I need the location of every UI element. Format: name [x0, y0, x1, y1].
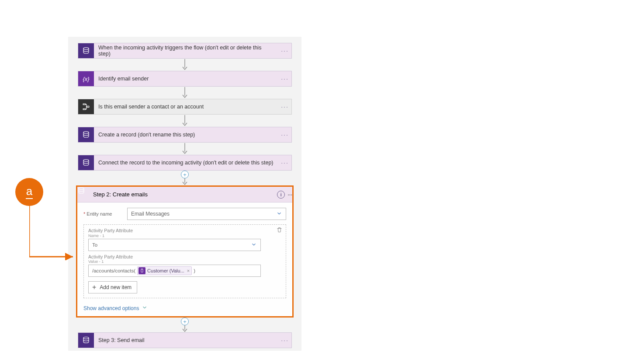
show-advanced-options-link[interactable]: Show advanced options — [83, 304, 148, 312]
svg-rect-5 — [87, 106, 89, 108]
database-icon — [77, 187, 93, 202]
connector — [68, 143, 301, 155]
attr2-sub: Value - 1 — [88, 259, 281, 264]
flow-step-create-record[interactable]: Create a record (don't rename this step)… — [78, 127, 292, 143]
flow-step-trigger[interactable]: When the incoming activity triggers the … — [78, 43, 292, 59]
step-menu-button[interactable]: ··· — [278, 127, 291, 142]
entity-name-row: * Entity name Email Messages — [83, 208, 286, 220]
database-icon — [78, 333, 94, 348]
step-label: Create a record (don't rename this step) — [94, 127, 278, 142]
connector-with-add: + — [68, 318, 301, 332]
svg-rect-4 — [83, 109, 85, 110]
attr2-prefix: /accounts/contacts( — [92, 268, 135, 273]
expanded-header[interactable]: Step 2: Create emails i ··· — [77, 187, 292, 202]
step-label: Connect the record to the incoming activ… — [94, 155, 278, 170]
step-menu-button[interactable]: ··· — [278, 333, 291, 348]
flow-step-condition[interactable]: Is this email sender a contact or an acc… — [78, 99, 292, 115]
add-item-label: Add new item — [100, 284, 132, 290]
info-icon[interactable]: i — [277, 191, 285, 199]
attr1-sub: Name - 1 — [88, 234, 281, 238]
connector — [68, 59, 301, 71]
callout-circle: a — [15, 178, 43, 206]
svg-point-9 — [83, 160, 89, 162]
plus-icon: + — [92, 283, 96, 291]
connector-with-add: + — [68, 171, 301, 185]
step-label: Is this email sender a contact or an acc… — [94, 99, 278, 114]
variable-icon: {x} — [78, 71, 94, 86]
entity-name-select[interactable]: Email Messages — [127, 208, 286, 220]
entity-name-label: * Entity name — [83, 211, 127, 216]
step-menu-button[interactable]: ··· — [278, 43, 291, 58]
attr1-label: Activity Party Attribute — [88, 228, 281, 234]
step-menu-button[interactable]: ··· — [287, 191, 292, 198]
attr1-value: To — [92, 242, 97, 248]
database-icon — [78, 155, 94, 170]
svg-rect-3 — [83, 104, 85, 105]
dynamic-token[interactable]: Customer (Valu... × — [137, 266, 192, 275]
flow-step-identify[interactable]: {x} Identify email sender ··· — [78, 71, 292, 87]
callout-underline — [26, 198, 33, 199]
flow-step-connect-record[interactable]: Connect the record to the incoming activ… — [78, 155, 292, 171]
step-label: Step 3: Send email — [94, 333, 278, 348]
attr2-suffix: ) — [194, 268, 195, 273]
step-menu-button[interactable]: ··· — [278, 99, 291, 114]
flow-canvas: When the incoming activity triggers the … — [68, 37, 301, 351]
database-icon — [78, 43, 94, 58]
attr2-label: Activity Party Attribute — [88, 255, 281, 260]
entity-name-value: Email Messages — [131, 211, 170, 217]
expanded-body: * Entity name Email Messages Activity Pa… — [77, 202, 292, 316]
database-icon — [78, 127, 94, 142]
activity-party-group: Activity Party Attribute Name - 1 To Act… — [83, 224, 286, 298]
add-step-button[interactable]: + — [181, 171, 189, 178]
svg-point-0 — [83, 48, 89, 50]
switch-icon — [78, 99, 94, 114]
flow-step-send-email[interactable]: Step 3: Send email ··· — [78, 332, 292, 348]
delete-group-button[interactable] — [276, 227, 283, 234]
chevron-down-icon — [276, 210, 282, 218]
step-menu-button[interactable]: ··· — [278, 155, 291, 170]
callout-letter: a — [26, 185, 32, 197]
remove-token-button[interactable]: × — [187, 268, 190, 273]
token-label: Customer (Valu... — [147, 268, 184, 273]
flow-step-create-emails: Step 2: Create emails i ··· * Entity nam… — [76, 185, 294, 318]
svg-point-11 — [79, 187, 84, 189]
callout-badge: a — [15, 178, 43, 206]
expanded-title: Step 2: Create emails — [93, 191, 277, 198]
svg-point-7 — [83, 132, 89, 134]
attr2-input[interactable]: /accounts/contacts( Customer (Valu... × … — [88, 265, 261, 277]
chevron-down-icon — [142, 304, 148, 312]
step-label: Identify email sender — [94, 71, 278, 86]
show-adv-label: Show advanced options — [83, 305, 139, 311]
step-menu-button[interactable]: ··· — [278, 71, 291, 86]
clipboard-icon — [138, 267, 145, 274]
add-step-button[interactable]: + — [181, 318, 189, 325]
chevron-down-icon — [251, 241, 257, 248]
svg-point-14 — [83, 337, 89, 339]
svg-rect-12 — [141, 269, 143, 272]
add-new-item-button[interactable]: + Add new item — [88, 281, 137, 293]
connector — [68, 115, 301, 127]
callout-connector — [29, 206, 76, 260]
step-label: When the incoming activity triggers the … — [94, 43, 278, 58]
attr1-select[interactable]: To — [88, 239, 261, 251]
connector — [68, 87, 301, 99]
